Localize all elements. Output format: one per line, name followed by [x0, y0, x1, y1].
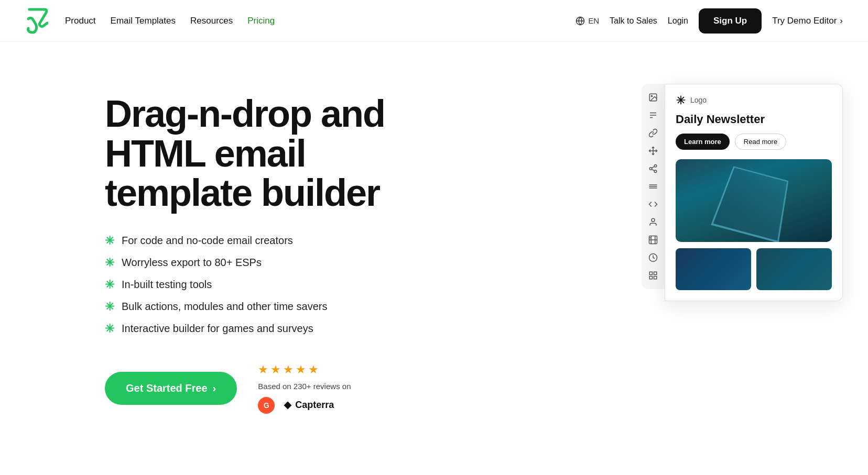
- hero-title: Drag-n-drop and HTML email template buil…: [105, 94, 461, 213]
- asterisk-icon-5: ✳: [105, 322, 114, 336]
- feature-item-3: ✳ In-built testing tools: [105, 278, 461, 292]
- svg-point-5: [654, 165, 657, 168]
- canvas-action-buttons: Learn more Read more: [676, 134, 832, 150]
- star-rating: ★ ★ ★ ★ ★: [258, 363, 351, 377]
- abstract-shape: [711, 166, 788, 242]
- svg-rect-21: [654, 272, 657, 274]
- feature-item-4: ✳ Bulk actions, modules and other time s…: [105, 300, 461, 314]
- star-3: ★: [283, 363, 294, 377]
- review-logos: G Capterra: [258, 397, 351, 414]
- svg-rect-20: [649, 272, 652, 274]
- svg-rect-22: [649, 277, 652, 279]
- canvas-asterisk-icon: [676, 95, 686, 105]
- sidebar-text-icon[interactable]: [646, 108, 660, 123]
- capterra-logo: Capterra: [283, 400, 334, 411]
- feature-list: ✳ For code and no-code email creators ✳ …: [105, 234, 461, 336]
- canvas-learn-more-button[interactable]: Learn more: [676, 134, 730, 150]
- talk-to-sales-link[interactable]: Talk to Sales: [610, 16, 657, 26]
- svg-point-2: [651, 95, 652, 96]
- svg-line-9: [652, 167, 654, 168]
- language-label: EN: [588, 16, 599, 25]
- sidebar-move-icon[interactable]: [646, 143, 660, 158]
- sidebar-user-icon[interactable]: [646, 215, 660, 229]
- nav-right: EN Talk to Sales Login Sign Up Try Demo …: [576, 8, 843, 34]
- editor-canvas: Logo Daily Newsletter Learn more Read mo…: [665, 84, 843, 301]
- sidebar-timer-icon[interactable]: [646, 250, 660, 265]
- cta-row: Get Started Free › ★ ★ ★ ★ ★ Based on 23…: [105, 363, 461, 414]
- get-started-button[interactable]: Get Started Free ›: [105, 372, 237, 405]
- sidebar-grid-icon[interactable]: [646, 268, 660, 283]
- sidebar-link-icon[interactable]: [646, 126, 660, 140]
- asterisk-icon-2: ✳: [105, 256, 114, 270]
- demo-editor-button[interactable]: Try Demo Editor ›: [772, 16, 843, 26]
- nav-product[interactable]: Product: [65, 16, 96, 26]
- sidebar-share-icon[interactable]: [646, 161, 660, 176]
- svg-point-7: [654, 170, 657, 173]
- nav-left: Product Email Templates Resources Pricin…: [25, 7, 275, 35]
- reviews-text: Based on 230+ reviews on: [258, 382, 351, 391]
- sidebar-image-icon[interactable]: [646, 90, 660, 105]
- g2-logo: G: [258, 397, 275, 414]
- canvas-read-more-button[interactable]: Read more: [735, 134, 786, 150]
- feature-item-5: ✳ Interactive builder for games and surv…: [105, 322, 461, 336]
- svg-point-13: [652, 218, 655, 222]
- navbar: Product Email Templates Resources Pricin…: [0, 0, 868, 42]
- star-2: ★: [270, 363, 281, 377]
- asterisk-icon-4: ✳: [105, 300, 114, 314]
- svg-rect-23: [654, 277, 657, 279]
- nav-links: Product Email Templates Resources Pricin…: [65, 16, 275, 26]
- asterisk-icon-3: ✳: [105, 278, 114, 292]
- canvas-newsletter-title: Daily Newsletter: [676, 113, 832, 126]
- svg-line-8: [652, 169, 654, 171]
- asterisk-icon-1: ✳: [105, 234, 114, 248]
- canvas-small-image-2: [756, 248, 832, 290]
- feature-item-2: ✳ Worryless export to 80+ ESPs: [105, 256, 461, 270]
- reviews-block: ★ ★ ★ ★ ★ Based on 230+ reviews on G: [258, 363, 351, 414]
- nav-resources[interactable]: Resources: [190, 16, 233, 26]
- editor-sidebar: [642, 84, 665, 289]
- sidebar-code-icon[interactable]: [646, 197, 660, 212]
- nav-pricing[interactable]: Pricing: [247, 16, 275, 26]
- hero-section: Drag-n-drop and HTML email template buil…: [0, 42, 868, 475]
- chevron-right-icon: ›: [840, 16, 843, 26]
- signup-button[interactable]: Sign Up: [699, 8, 762, 34]
- sidebar-video-icon[interactable]: [646, 233, 660, 247]
- globe-icon: [576, 16, 585, 26]
- canvas-logo-row: Logo: [676, 95, 832, 105]
- login-link[interactable]: Login: [668, 16, 688, 26]
- star-4: ★: [296, 363, 306, 377]
- svg-point-6: [649, 168, 652, 170]
- canvas-small-image-1: [676, 248, 751, 290]
- logo-icon[interactable]: [25, 7, 48, 35]
- star-5: ★: [308, 363, 319, 377]
- feature-item-1: ✳ For code and no-code email creators: [105, 234, 461, 248]
- canvas-main-image: [676, 159, 832, 242]
- capterra-icon: [283, 401, 292, 410]
- canvas-logo-label: Logo: [690, 96, 707, 104]
- sidebar-divider-icon[interactable]: [646, 179, 660, 194]
- editor-preview: Logo Daily Newsletter Learn more Read mo…: [642, 84, 843, 301]
- arrow-right-icon: ›: [213, 382, 216, 394]
- language-selector[interactable]: EN: [576, 16, 599, 26]
- nav-email-templates[interactable]: Email Templates: [111, 16, 176, 26]
- hero-left: Drag-n-drop and HTML email template buil…: [105, 73, 461, 414]
- canvas-image-row: [676, 248, 832, 290]
- star-1: ★: [258, 363, 268, 377]
- main-image-inner: [676, 159, 832, 242]
